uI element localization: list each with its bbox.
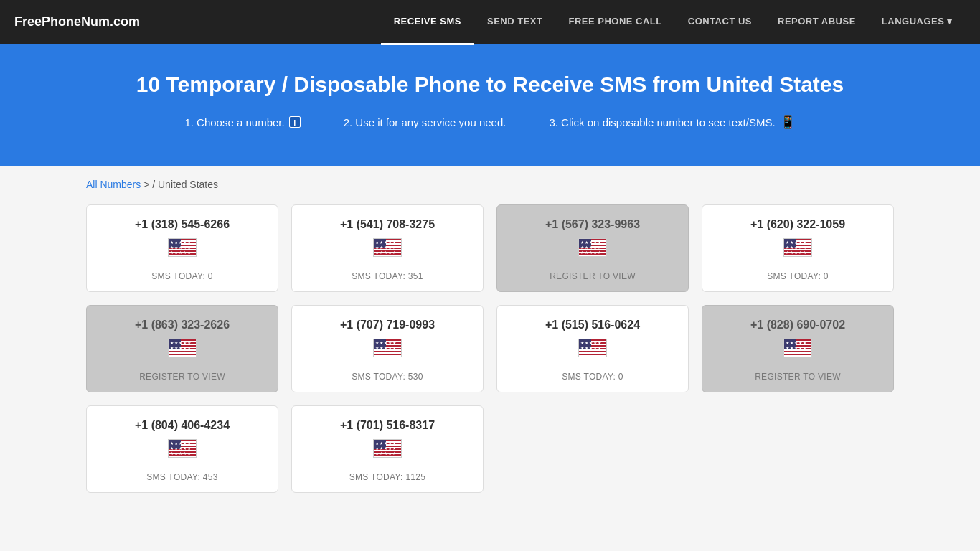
- phone-number: +1 (620) 322-1059: [710, 218, 886, 231]
- flag-us: ★★★★★★★★★★★★★★★: [94, 238, 270, 265]
- flag-us: ★★★★★★★★★★★★★★★: [504, 339, 681, 366]
- phone-grid: +1 (318) 545-6266★★★★★★★★★★★★★★★SMS TODA…: [0, 197, 980, 514]
- flag-us: ★★★★★★★★★★★★★★★: [710, 339, 886, 366]
- step1-text: 1. Choose a number.: [184, 116, 284, 128]
- us-flag-icon: ★★★★★★★★★★★★★★★: [373, 238, 402, 257]
- nav-link-contact-us[interactable]: CONTACT US: [675, 0, 765, 45]
- flag-us: ★★★★★★★★★★★★★★★: [504, 238, 681, 265]
- canton: ★★★★★★★★★★★★★★★: [579, 339, 591, 349]
- breadcrumb-current: / United States: [152, 179, 218, 190]
- flag-us: ★★★★★★★★★★★★★★★: [299, 238, 476, 265]
- hero-step-2: 2. Use it for any service you need.: [344, 114, 507, 130]
- sms-today: SMS TODAY: 1125: [299, 472, 476, 482]
- canton: ★★★★★★★★★★★★★★★: [374, 339, 386, 349]
- phone-card[interactable]: +1 (804) 406-4234★★★★★★★★★★★★★★★SMS TODA…: [86, 405, 278, 493]
- hero-title: 10 Temporary / Disposable Phone to Recei…: [14, 72, 966, 97]
- phone-card[interactable]: +1 (541) 708-3275★★★★★★★★★★★★★★★SMS TODA…: [291, 204, 484, 292]
- phone-card[interactable]: +1 (318) 545-6266★★★★★★★★★★★★★★★SMS TODA…: [86, 204, 278, 292]
- canton: ★★★★★★★★★★★★★★★: [784, 339, 796, 349]
- phone-number: +1 (541) 708-3275: [299, 218, 476, 231]
- phone-card[interactable]: +1 (515) 516-0624★★★★★★★★★★★★★★★SMS TODA…: [496, 305, 689, 392]
- phone-card[interactable]: +1 (567) 323-9963★★★★★★★★★★★★★★★REGISTER…: [496, 204, 689, 292]
- nav-link-report-abuse[interactable]: REPORT ABUSE: [765, 0, 869, 45]
- phone-number: +1 (828) 690-0702: [710, 319, 886, 331]
- phone-number: +1 (318) 545-6266: [94, 218, 270, 231]
- site-brand[interactable]: FreePhoneNum.com: [14, 14, 140, 29]
- phone-number: +1 (863) 323-2626: [94, 319, 270, 331]
- phone-number: +1 (515) 516-0624: [504, 319, 681, 331]
- nav-links: RECEIVE SMSSEND TEXTFREE PHONE CALLCONTA…: [381, 0, 966, 45]
- phone-card[interactable]: +1 (620) 322-1059★★★★★★★★★★★★★★★SMS TODA…: [702, 204, 894, 292]
- us-flag-icon: ★★★★★★★★★★★★★★★: [373, 339, 402, 357]
- canton: ★★★★★★★★★★★★★★★: [784, 239, 796, 248]
- canton: ★★★★★★★★★★★★★★★: [579, 239, 591, 248]
- breadcrumb-all-numbers[interactable]: All Numbers: [86, 179, 141, 190]
- us-flag-icon: ★★★★★★★★★★★★★★★: [578, 238, 607, 257]
- flag-us: ★★★★★★★★★★★★★★★: [94, 339, 270, 366]
- canton: ★★★★★★★★★★★★★★★: [169, 440, 181, 449]
- flag-us: ★★★★★★★★★★★★★★★: [299, 439, 476, 466]
- phone-number: +1 (567) 323-9963: [504, 218, 681, 231]
- sms-today: SMS TODAY: 0: [504, 372, 681, 382]
- flag-us: ★★★★★★★★★★★★★★★: [94, 439, 270, 466]
- phone-icon: 📱: [780, 114, 796, 130]
- us-flag-icon: ★★★★★★★★★★★★★★★: [373, 439, 402, 458]
- phone-card[interactable]: +1 (701) 516-8317★★★★★★★★★★★★★★★SMS TODA…: [291, 405, 484, 493]
- canton: ★★★★★★★★★★★★★★★: [169, 239, 181, 248]
- us-flag-icon: ★★★★★★★★★★★★★★★: [168, 339, 197, 357]
- nav-link-send-text[interactable]: SEND TEXT: [474, 0, 555, 45]
- canton: ★★★★★★★★★★★★★★★: [169, 339, 181, 349]
- hero-section: 10 Temporary / Disposable Phone to Recei…: [0, 44, 980, 166]
- phone-card[interactable]: +1 (863) 323-2626★★★★★★★★★★★★★★★REGISTER…: [86, 305, 278, 392]
- flag-us: ★★★★★★★★★★★★★★★: [299, 339, 476, 366]
- navbar: FreePhoneNum.com RECEIVE SMSSEND TEXTFRE…: [0, 0, 980, 44]
- sms-today: SMS TODAY: 0: [710, 271, 886, 281]
- us-flag-icon: ★★★★★★★★★★★★★★★: [783, 339, 812, 357]
- us-flag-icon: ★★★★★★★★★★★★★★★: [168, 238, 197, 257]
- register-label: REGISTER TO VIEW: [504, 271, 681, 281]
- sms-today: SMS TODAY: 530: [299, 372, 476, 382]
- canton: ★★★★★★★★★★★★★★★: [374, 440, 386, 449]
- sms-today: SMS TODAY: 351: [299, 271, 476, 281]
- step3-text: 3. Click on disposable number to see tex…: [549, 116, 775, 128]
- phone-number: +1 (804) 406-4234: [94, 419, 270, 432]
- phone-number: +1 (701) 516-8317: [299, 419, 476, 432]
- nav-link-languages[interactable]: LANGUAGES ▾: [869, 0, 966, 45]
- canton: ★★★★★★★★★★★★★★★: [374, 239, 386, 248]
- step2-text: 2. Use it for any service you need.: [344, 116, 507, 128]
- phone-number: +1 (707) 719-0993: [299, 319, 476, 331]
- hero-steps: 1. Choose a number. i 2. Use it for any …: [14, 114, 966, 130]
- hero-step-3: 3. Click on disposable number to see tex…: [549, 114, 795, 130]
- hero-step-1: 1. Choose a number. i: [184, 114, 300, 130]
- phone-card[interactable]: +1 (707) 719-0993★★★★★★★★★★★★★★★SMS TODA…: [291, 305, 484, 392]
- info-icon: i: [289, 116, 301, 128]
- phone-card[interactable]: +1 (828) 690-0702★★★★★★★★★★★★★★★REGISTER…: [702, 305, 894, 392]
- us-flag-icon: ★★★★★★★★★★★★★★★: [783, 238, 812, 257]
- nav-link-free-phone-call[interactable]: FREE PHONE CALL: [555, 0, 674, 45]
- flag-us: ★★★★★★★★★★★★★★★: [710, 238, 886, 265]
- breadcrumb: All Numbers > / United States: [0, 166, 980, 197]
- breadcrumb-separator: >: [143, 179, 149, 190]
- register-label: REGISTER TO VIEW: [710, 372, 886, 382]
- us-flag-icon: ★★★★★★★★★★★★★★★: [578, 339, 607, 357]
- sms-today: SMS TODAY: 0: [94, 271, 270, 281]
- us-flag-icon: ★★★★★★★★★★★★★★★: [168, 439, 197, 458]
- nav-link-receive-sms[interactable]: RECEIVE SMS: [381, 0, 474, 45]
- register-label: REGISTER TO VIEW: [94, 372, 270, 382]
- sms-today: SMS TODAY: 453: [94, 472, 270, 482]
